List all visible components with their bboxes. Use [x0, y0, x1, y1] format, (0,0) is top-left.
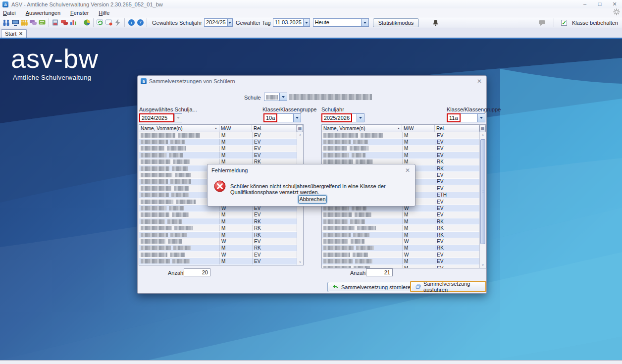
- student-name-redacted: [322, 252, 402, 258]
- menu-datei[interactable]: Datei: [3, 10, 16, 16]
- info-icon[interactable]: i: [127, 18, 136, 27]
- chevron-down-icon[interactable]: [293, 114, 301, 122]
- table-row[interactable]: MEV: [139, 212, 297, 218]
- column-header-name[interactable]: Name, Vorname(n) ▲: [139, 125, 219, 132]
- religion-cell: EV: [435, 212, 479, 218]
- religion-cell: EV: [435, 152, 479, 158]
- tabbar: Start ✕: [0, 28, 622, 39]
- statusbar: [0, 360, 622, 364]
- gender-cell: M: [402, 258, 435, 264]
- table-row[interactable]: MRK: [322, 245, 479, 252]
- sheets-icon: [415, 284, 421, 290]
- column-header-mw[interactable]: M/W: [402, 125, 435, 132]
- execute-transfer-label: Sammelversetzung ausführen: [423, 281, 481, 293]
- column-header-mw[interactable]: M/W: [219, 125, 252, 132]
- column-header-name[interactable]: Name, Vorname(n) ▲: [322, 125, 402, 132]
- table-row[interactable]: MEV: [139, 132, 297, 139]
- chevron-down-icon[interactable]: [279, 93, 287, 101]
- report-icon[interactable]: [51, 18, 60, 27]
- scroll-up-icon[interactable]: ∧: [297, 132, 303, 138]
- chevron-down-icon[interactable]: [357, 114, 364, 122]
- religion-cell: RK: [435, 245, 479, 251]
- monitor-icon[interactable]: [11, 18, 20, 27]
- table-row[interactable]: MEV: [322, 152, 479, 158]
- religion-cell: EV: [252, 139, 297, 145]
- table-row[interactable]: MEV: [139, 152, 297, 158]
- table-row[interactable]: MEV: [322, 132, 479, 139]
- table-row[interactable]: WEV: [322, 238, 479, 245]
- target-year-combo[interactable]: 2025/2026: [321, 113, 364, 122]
- scroll-down-icon[interactable]: ∨: [297, 259, 303, 265]
- table-row[interactable]: MRK: [322, 225, 479, 231]
- chat-purple-icon[interactable]: [29, 18, 38, 27]
- table-row[interactable]: MRK: [139, 218, 297, 225]
- table-row[interactable]: MEV: [322, 258, 479, 264]
- chevron-down-icon[interactable]: [361, 19, 368, 26]
- table-row[interactable]: MRK: [322, 232, 479, 238]
- table-row[interactable]: MEV: [139, 139, 297, 145]
- student-name-redacted: [322, 225, 402, 231]
- lightning-icon[interactable]: [113, 18, 122, 27]
- error-dialog-title: Fehlermeldung: [211, 167, 248, 173]
- source-class-combo[interactable]: 10a: [263, 113, 301, 122]
- tab-start[interactable]: Start ✕: [1, 29, 27, 38]
- help-icon[interactable]: ?: [136, 18, 145, 27]
- keep-class-checkbox[interactable]: ✓: [561, 20, 567, 26]
- statistics-mode-button[interactable]: Statistikmodus: [373, 18, 419, 27]
- column-chooser-button[interactable]: ▦: [297, 125, 303, 132]
- gender-cell: M: [219, 132, 252, 138]
- scroll-up-icon[interactable]: ∧: [480, 132, 486, 138]
- gray-bubble-icon[interactable]: [538, 18, 547, 27]
- target-class-combo[interactable]: 11a: [447, 113, 485, 122]
- column-header-rel[interactable]: Rel.: [252, 125, 297, 132]
- menu-hilfe[interactable]: Hilfe: [99, 10, 109, 16]
- table-row[interactable]: MRK: [139, 245, 297, 252]
- window-alert-icon[interactable]: [104, 18, 113, 27]
- students-yellow-icon[interactable]: [20, 18, 29, 27]
- table-row[interactable]: MRK: [322, 218, 479, 225]
- gender-cell: M: [402, 232, 435, 238]
- error-close-icon[interactable]: ✕: [404, 167, 412, 174]
- menu-auswertungen[interactable]: Auswertungen: [26, 10, 60, 16]
- scrollbar-thumb[interactable]: [480, 139, 485, 244]
- board-green-icon[interactable]: [38, 18, 47, 27]
- table-row[interactable]: WEV: [139, 252, 297, 258]
- scrollbar[interactable]: ∧ ∨: [479, 132, 486, 268]
- maximize-button[interactable]: □: [592, 0, 607, 8]
- pie-chart-icon[interactable]: [82, 18, 91, 27]
- table-row[interactable]: MRK: [139, 232, 297, 238]
- close-button[interactable]: ✕: [607, 0, 622, 8]
- bell-icon[interactable]: [431, 18, 440, 27]
- column-header-rel[interactable]: Rel.: [435, 125, 479, 132]
- scroll-down-icon[interactable]: ∨: [480, 262, 486, 268]
- bar-chart-icon[interactable]: [69, 18, 78, 27]
- school-combo[interactable]: [264, 93, 287, 101]
- table-row[interactable]: MEV: [322, 212, 479, 218]
- minimize-button[interactable]: –: [577, 0, 592, 8]
- table-row[interactable]: MEV: [139, 146, 297, 152]
- chevron-down-icon[interactable]: [227, 19, 232, 26]
- day-combo[interactable]: 11.03.2025: [273, 18, 310, 27]
- source-year-combo[interactable]: 2024/2025: [139, 113, 182, 122]
- abort-button[interactable]: Abbrechen: [298, 195, 327, 204]
- students-blue-icon[interactable]: [2, 18, 11, 27]
- chevron-down-icon[interactable]: [477, 114, 485, 122]
- table-row[interactable]: MEV: [322, 146, 479, 152]
- table-row[interactable]: MEV: [322, 139, 479, 145]
- table-row[interactable]: MEV: [322, 265, 479, 268]
- dialog-close-icon[interactable]: ✕: [475, 78, 483, 85]
- table-row[interactable]: WEV: [139, 238, 297, 245]
- table-row[interactable]: MEV: [139, 258, 297, 264]
- window-refresh-icon[interactable]: [96, 18, 104, 27]
- chevron-down-icon[interactable]: [303, 19, 310, 26]
- cancel-transfer-button[interactable]: Sammelversetzung stornieren: [327, 282, 418, 292]
- table-row[interactable]: MRK: [139, 225, 297, 231]
- chat-red-icon[interactable]: [60, 18, 69, 27]
- table-row[interactable]: WEV: [322, 252, 479, 258]
- tab-close-icon[interactable]: ✕: [19, 31, 23, 36]
- day-mode-combo[interactable]: Heute: [313, 18, 369, 27]
- column-chooser-button[interactable]: ▦: [479, 125, 486, 132]
- school-year-combo[interactable]: 2024/25: [204, 18, 233, 27]
- execute-transfer-button[interactable]: Sammelversetzung ausführen: [410, 281, 486, 292]
- menu-fenster[interactable]: Fenster: [70, 10, 89, 16]
